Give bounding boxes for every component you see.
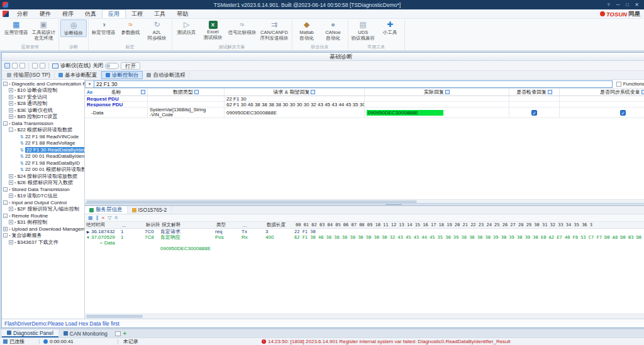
tree-expander-icon[interactable]: + [9,194,13,198]
column-filter-icon[interactable] [641,90,644,94]
tree-expander-icon[interactable]: + [9,207,13,211]
ribbon-button[interactable]: ▷测试仿真 [174,19,200,36]
tree-item[interactable]: -▪Remote Routine [2,212,84,219]
tree-item[interactable]: -▪Stored Data Transmission [2,186,84,193]
request-history-dropdown[interactable]: ▼ [85,80,94,88]
tree-item[interactable]: +▪$19 读取DTC信息 [2,193,84,200]
tree-expander-icon[interactable]: + [3,227,8,231]
column-filter-icon[interactable] [548,90,552,94]
tab-diag-console[interactable]: 诊断控制台 [101,71,143,79]
tree-item[interactable]: +▪Upload and Download Management [2,226,84,233]
ribbon-button[interactable]: ◑标定管理器 [90,19,118,36]
trace-col-header[interactable]: 报文解释 [160,222,215,228]
ribbon-button[interactable]: ≈信号比较模块 [226,19,258,36]
diag-row[interactable]: Request PDU22 F1 30 [85,96,644,102]
column-filter-icon[interactable] [311,90,315,94]
diag-col-header[interactable]: 实际回复 [365,89,509,96]
clear-icon[interactable]: × [102,216,105,221]
tree-expander-icon[interactable]: + [9,88,13,92]
sort-icon[interactable]: ≡ [114,216,118,221]
functional-id-checkbox[interactable] [616,82,621,87]
add-panel-icon[interactable]: + [123,331,126,337]
menu-item-8[interactable]: 帮助 [171,9,194,18]
trace-signal-row[interactable]: ≈Data [85,240,644,246]
ribbon-button[interactable]: ≈参数曲线 [118,19,144,36]
check-reply-checkbox[interactable]: ✓ [531,110,537,116]
diag-col-header[interactable]: Aa名称 [85,89,148,96]
menu-item-3[interactable]: 程序 [57,9,79,18]
menu-item-2[interactable]: 硬件 [34,9,57,18]
trace-col-header[interactable]: ... [121,222,145,228]
tree-item[interactable]: -▪Data Transmission [2,120,84,127]
ribbon-button[interactable]: XExcel 测试模块 [200,19,226,40]
tree-expander-icon[interactable]: - [3,233,8,238]
close-icon[interactable]: ✕ [632,2,641,8]
tree-item[interactable]: -▪$22 根据标识符读取数据 [2,127,84,134]
diag-row[interactable]: Response PDU62 F1 30 46 38 38 38 38 30 3… [85,102,644,107]
tree-item[interactable]: +▪$31 例程控制 [2,219,84,226]
ribbon-button[interactable]: ▣工具箱设计 在无环境 [30,19,58,41]
trace-frame-row[interactable]: ▶36.18743217C0肯定请求reqTx322 F1 30 [85,229,644,234]
new-config-icon[interactable] [4,63,10,68]
open-button[interactable]: 打开 [121,62,140,70]
request-input[interactable] [94,80,613,88]
tab-transport-layer[interactable]: 传输层(ISO TP) [3,71,55,79]
diag-col-header[interactable]: 请求 & 期望回复 [225,89,365,96]
import-icon[interactable] [32,63,38,68]
trace-frame-row[interactable]: ▼37.07052917C8肯定响应PosRx40062 F1 30 46 38… [85,234,644,240]
column-filter-icon[interactable] [194,90,199,94]
dock-tab-can-monitoring[interactable]: CAN Monitoring [58,329,113,337]
diag-col-header[interactable]: 数据类型 [148,89,225,96]
ribbon-button[interactable]: ✚小工具 [377,19,403,36]
trace-col-header[interactable]: ... [242,222,265,228]
tree-item[interactable]: ⇅22 F1 30 ReadDataByIdentifier [2,146,84,153]
tree-item[interactable]: +▪$2F 按标识符写入/输出控制 [2,206,84,213]
tab-basic-diag-config[interactable]: 基本诊断配置 [55,71,101,79]
column-filter-icon[interactable] [141,90,145,94]
tree-item[interactable]: -▪Diagnostic and Communication Managem [2,80,84,87]
row-expand-icon[interactable]: ▶ [85,229,91,234]
tree-item[interactable]: +▪$10 诊断会话控制 [2,87,84,94]
ribbon-button[interactable]: ●CANoe 自动化 [320,19,347,41]
help-icon[interactable]: ? [604,2,613,8]
tree-item[interactable]: ⇅22 F1 98 ReadVINCode [2,133,84,140]
minimize-icon[interactable]: ─ [613,2,623,8]
error-message-area[interactable]: ! 14:23:50: [1808] 2023.6.14.901 Registe… [262,339,644,344]
menu-item-6[interactable]: 工程 [126,9,148,18]
tree-item[interactable]: ⇅22 F1 98 ReadDataByID [2,160,84,167]
maximize-icon[interactable]: □ [623,2,632,8]
tree-item[interactable]: +▪$27 安全访问 [2,94,84,101]
ribbon-button[interactable]: ▤UDS 协议栈兼容 [350,19,377,41]
ribbon-button[interactable]: ↻A2L 同步模块 [144,19,170,41]
tree-item[interactable]: -▪复合诊断服务 [2,233,84,239]
tree-item[interactable]: +▪$28 通讯控制 [2,101,84,107]
save-config-icon[interactable] [19,63,25,68]
tab-iso15765[interactable]: ISO15765-2 [128,206,172,214]
tree-expander-icon[interactable]: + [9,180,13,185]
tree-item[interactable]: +▪$3E 诊断仪在线 [2,107,84,114]
tester-online-toggle[interactable] [105,63,119,69]
ribbon-button[interactable]: ◎诊断模块 [60,19,87,37]
tree-expander-icon[interactable]: - [3,121,8,126]
tree-expander-icon[interactable]: - [3,187,8,192]
diag-col-header[interactable]: 是否同步系统变量 [560,89,644,96]
tree-expander-icon[interactable]: + [9,108,13,112]
diag-row[interactable]: -DataSystemVar[136Bits]_String -VIN_Code… [85,107,644,118]
tree-item[interactable]: +▪$24 按标识符读取缩放数据 [2,173,84,180]
tree-expander-icon[interactable]: - [3,82,8,86]
new-window-icon[interactable] [115,331,121,336]
tree-expander-icon[interactable]: + [9,101,13,106]
tree-item[interactable]: ⇅22 F1 88 ReadVoltage [2,140,84,147]
tree-expander-icon[interactable]: + [9,174,13,178]
tree-expander-icon[interactable]: + [9,114,13,119]
grid-view-icon[interactable]: ▦ [88,216,93,221]
menu-item-5[interactable]: 应用 [102,9,126,18]
trace-col-header[interactable]: 类型 [215,222,242,228]
trace-horizontal-scrollbar[interactable] [85,314,644,319]
open-config-icon[interactable] [12,63,18,68]
tree-item[interactable]: ⇅22 00 01 根据标识符读取数据 [2,167,84,173]
ribbon-button[interactable]: ▦应用管理器 [3,19,30,36]
menu-item-4[interactable]: 仿真 [79,9,102,18]
scrollbar-thumb[interactable] [86,315,143,318]
tree-expander-icon[interactable]: + [9,95,13,99]
